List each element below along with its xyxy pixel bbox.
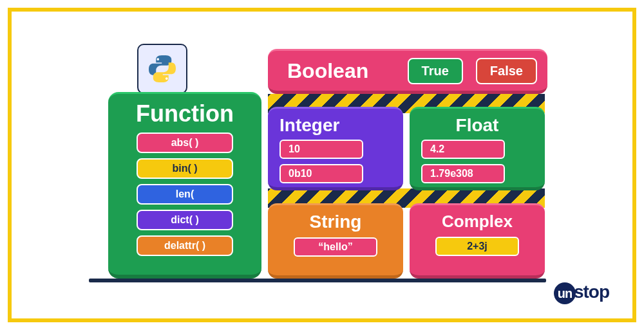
svg-point-0 (156, 58, 159, 60)
function-chip: abs( ) (137, 133, 233, 153)
complex-block: Complex 2+3j (410, 203, 545, 279)
function-chip: bin( ) (137, 158, 233, 179)
boolean-false-pill: False (476, 58, 537, 84)
brand-un-icon: un (554, 282, 576, 304)
integer-title: Integer (279, 115, 392, 136)
float-block: Float 4.2 1.79e308 (410, 107, 545, 190)
function-chip: len( (137, 184, 233, 205)
python-logo (137, 44, 187, 94)
float-title: Float (421, 115, 533, 136)
string-title: String (279, 212, 392, 232)
complex-title: Complex (421, 212, 533, 232)
string-value: “hello” (294, 237, 377, 257)
base-line (89, 279, 546, 282)
python-icon (147, 53, 178, 84)
function-block: Function abs( ) bin( ) len( dict( ) dela… (108, 92, 261, 279)
svg-point-1 (166, 77, 168, 80)
boolean-true-pill: True (408, 58, 463, 84)
integer-value: 0b10 (279, 164, 363, 183)
integer-block: Integer 10 0b10 (268, 107, 403, 190)
boolean-block: Boolean True False (268, 49, 547, 94)
brand-text: stop (574, 282, 609, 302)
function-chip: dict( ) (137, 210, 233, 230)
function-chip: delattr( ) (137, 235, 233, 256)
float-value: 1.79e308 (421, 164, 505, 183)
brand-logo: unstop (554, 282, 609, 304)
complex-value: 2+3j (435, 237, 519, 256)
float-value: 4.2 (421, 140, 505, 159)
integer-value: 10 (279, 140, 363, 159)
function-title: Function (120, 100, 250, 127)
boolean-title: Boolean (287, 59, 368, 83)
string-block: String “hello” (268, 203, 403, 279)
